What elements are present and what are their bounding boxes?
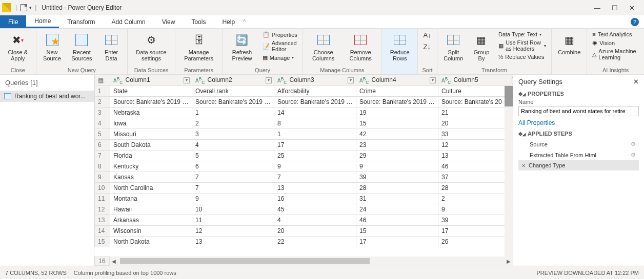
cell[interactable]: 7 [192, 172, 274, 183]
manage-parameters-button[interactable]: 🗄Manage Parameters [179, 31, 218, 62]
cell[interactable]: 4 [274, 215, 356, 226]
cell[interactable]: 2 [192, 118, 274, 129]
table-row[interactable]: 8Kentucky69946 [95, 161, 513, 172]
close-apply-button[interactable]: ✖▾Close & Apply [4, 31, 32, 62]
combine-button[interactable]: ▦Combine [556, 31, 582, 56]
cell[interactable]: 15 [356, 118, 438, 129]
cell[interactable]: 9 [192, 194, 274, 204]
help-icon[interactable]: ? [631, 18, 639, 26]
cell[interactable]: Source: Bankrate's 2019 "Bes... [356, 97, 438, 108]
cell[interactable]: 28 [356, 183, 438, 194]
manage-button[interactable]: ▦Manage▾ [261, 54, 298, 61]
first-row-headers-button[interactable]: ▦Use First Row as Headers▾ [497, 39, 547, 52]
column-header[interactable]: ABC Column5▾ [438, 75, 513, 86]
query-name-input[interactable] [518, 106, 639, 116]
tab-transform[interactable]: Transform [59, 15, 103, 28]
tab-home[interactable]: Home [26, 15, 59, 28]
cell[interactable]: Arkansas [110, 215, 192, 226]
table-row[interactable]: 1StateOverall rankAffordabilityCrimeCult… [95, 86, 513, 97]
cell[interactable]: Source: Bankrate's 2019 "Bes... [110, 97, 192, 108]
properties-button[interactable]: 📋Properties [261, 31, 298, 38]
cell[interactable]: 7 [192, 183, 274, 194]
save-icon[interactable] [20, 4, 27, 11]
grid-corner[interactable]: ▦ [95, 75, 110, 86]
cell[interactable]: 21 [438, 108, 513, 118]
azure-ml-button[interactable]: △Azure Machine Learning [591, 48, 640, 61]
choose-columns-button[interactable]: Choose Columns [307, 31, 340, 62]
column-header[interactable]: ABC Column1▾ [110, 75, 192, 86]
vision-button[interactable]: ◉Vision [591, 39, 640, 47]
replace-values-button[interactable]: ½Replace Values [497, 53, 547, 60]
cell[interactable]: Source: Bankrate's 2019 "Bes... [192, 97, 274, 108]
cell[interactable]: 12 [438, 140, 513, 151]
cell[interactable]: 20 [274, 226, 356, 237]
cell[interactable]: State [110, 86, 192, 97]
cell[interactable]: 6 [192, 161, 274, 172]
reduce-rows-button[interactable]: Reduce Rows [386, 31, 414, 62]
applied-step[interactable]: Extracted Table From Html⚙ [518, 149, 639, 160]
vertical-scrollbar[interactable] [505, 86, 513, 256]
cell[interactable]: 1 [192, 108, 274, 118]
cell[interactable]: 33 [438, 129, 513, 140]
cell[interactable]: South Dakota [110, 140, 192, 151]
cell[interactable]: Nebraska [110, 108, 192, 118]
gear-icon[interactable]: ⚙ [631, 152, 636, 158]
column-header[interactable]: ABC Column2▾ [192, 75, 274, 86]
cell[interactable]: 15 [356, 226, 438, 237]
column-header[interactable]: ABC Column3▾ [274, 75, 356, 86]
cell[interactable]: Kentucky [110, 161, 192, 172]
data-type-button[interactable]: Data Type: Text▾ [497, 31, 547, 38]
table-row[interactable]: 7Florida5252913 [95, 151, 513, 161]
applied-step[interactable]: ✕Changed Type [518, 160, 639, 170]
close-button[interactable]: ✕ [629, 4, 635, 12]
cell[interactable]: 25 [274, 151, 356, 161]
filter-icon[interactable]: ▾ [266, 77, 272, 83]
cell[interactable]: 20 [438, 118, 513, 129]
cell[interactable]: Wisconsin [110, 226, 192, 237]
cell[interactable]: 17 [356, 237, 438, 247]
cell[interactable]: Iowa [110, 118, 192, 129]
cell[interactable]: 17 [274, 140, 356, 151]
cell[interactable]: 46 [356, 215, 438, 226]
maximize-button[interactable]: ☐ [612, 4, 618, 12]
cell[interactable]: 12 [192, 226, 274, 237]
table-row[interactable]: 9Kansas773937 [95, 172, 513, 183]
split-column-button[interactable]: Split Column [441, 31, 466, 62]
advanced-editor-button[interactable]: 📝Advanced Editor [261, 39, 298, 53]
group-by-button[interactable]: ▦Group By [470, 31, 493, 62]
scroll-right-icon[interactable]: ▶ [505, 259, 513, 264]
tab-view[interactable]: View [154, 15, 184, 28]
cell[interactable]: 24 [356, 204, 438, 215]
cell[interactable]: 9 [438, 204, 513, 215]
table-row[interactable]: 13Arkansas1144639 [95, 215, 513, 226]
data-source-settings-button[interactable]: ⚙Data source settings [132, 31, 171, 62]
cell[interactable]: 7 [274, 172, 356, 183]
filter-icon[interactable]: ▾ [512, 77, 513, 83]
column-header[interactable]: ABC Column4▾ [356, 75, 438, 86]
filter-icon[interactable]: ▾ [430, 77, 436, 83]
cell[interactable]: Culture [438, 86, 513, 97]
gear-icon[interactable]: ⚙ [631, 141, 636, 147]
table-row[interactable]: 4Iowa281520 [95, 118, 513, 129]
cell[interactable]: 16 [274, 194, 356, 204]
cell[interactable]: North Dakota [110, 237, 192, 247]
cell[interactable]: Florida [110, 151, 192, 161]
cell[interactable]: North Carolina [110, 183, 192, 194]
cell[interactable]: Affordability [274, 86, 356, 97]
cell[interactable]: Source: Bankrate's 2019 "Bes... [274, 97, 356, 108]
new-source-button[interactable]: ★New Source [41, 31, 64, 62]
sort-asc-button[interactable]: A↓ [422, 31, 432, 39]
cell[interactable]: 10 [192, 204, 274, 215]
cell[interactable]: 9 [274, 161, 356, 172]
cell[interactable]: 3 [192, 129, 274, 140]
cell[interactable]: 39 [438, 215, 513, 226]
cell[interactable]: Source: Bankrate's 20 [438, 97, 513, 108]
cell[interactable]: Crime [356, 86, 438, 97]
cell[interactable]: 22 [274, 237, 356, 247]
tab-help[interactable]: Help [214, 15, 243, 28]
cell[interactable]: 23 [356, 140, 438, 151]
cell[interactable]: 4 [192, 140, 274, 151]
text-analytics-button[interactable]: ≡Text Analytics [591, 31, 640, 38]
table-row[interactable]: 6South Dakota4172312 [95, 140, 513, 151]
applied-steps-section-header[interactable]: �◢APPLIED STEPS [518, 131, 639, 137]
